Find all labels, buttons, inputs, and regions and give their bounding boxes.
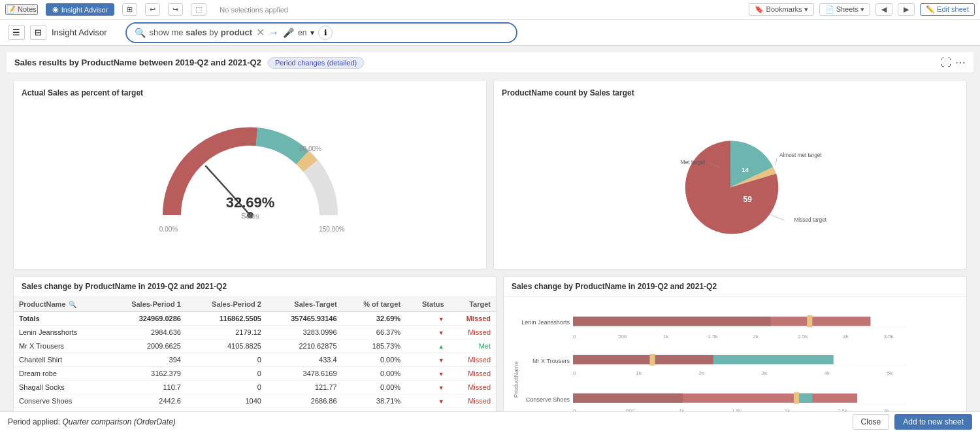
search-clear-button[interactable]: ✕ <box>256 26 265 39</box>
column-search-icon[interactable]: 🔍 <box>69 301 76 308</box>
sheets-button[interactable]: 📄 Sheets ▾ <box>819 3 870 16</box>
y-axis-label: ProductName <box>513 362 519 398</box>
notes-icon: 📝 <box>7 5 16 13</box>
col-header-target2[interactable]: Target <box>449 297 496 312</box>
svg-text:32.69%: 32.69% <box>225 194 274 211</box>
search-icon: 🔍 <box>135 27 146 38</box>
cell-status: Missed <box>449 381 496 394</box>
topnav: 📝 Notes ◉ Insight Advisor ⊞ ↩ ↪ ⬚ No sel… <box>0 0 980 20</box>
svg-rect-30 <box>573 355 713 364</box>
pie-panel: ProductName count by Sales target <box>493 80 967 269</box>
cell-dir: ▼ <box>406 381 449 394</box>
grid-view-button[interactable]: ⊞ <box>122 3 137 16</box>
expand-button[interactable]: ⛶ <box>941 56 951 69</box>
selections-button[interactable]: ⬚ <box>191 3 206 16</box>
cell-p2: 2179.12 <box>186 326 267 339</box>
table-row: Conserve Shoes 2442.6 1040 2686.86 38.71… <box>14 394 496 408</box>
svg-text:Conserve Shoes: Conserve Shoes <box>526 396 570 403</box>
svg-text:5k: 5k <box>887 370 893 376</box>
mic-button[interactable]: 🎤 <box>283 27 294 38</box>
cell-status: Missed <box>449 394 496 408</box>
toolbar2: ☰ ⊟ Insight Advisor 🔍 show me sales by p… <box>0 20 980 46</box>
cell-totals-dir: ▼ <box>406 312 449 326</box>
cell-pct: 38.71% <box>342 394 406 408</box>
cell-totals-pct: 32.69% <box>342 312 406 326</box>
topbar-right: 🔖 Bookmarks ▾ 📄 Sheets ▾ ◀ ▶ ✏️ Edit she… <box>749 3 975 16</box>
cell-pct: 0.00% <box>342 381 406 394</box>
cell-p1: 2984.636 <box>106 326 186 339</box>
col-header-period1[interactable]: Sales-Period 1 <box>106 297 186 312</box>
close-button[interactable]: Close <box>853 414 890 430</box>
bar-panel-title: Sales change by ProductName in 2019-Q2 a… <box>504 277 966 297</box>
table-row: Mr X Trousers 2009.6625 4105.8825 2210.6… <box>14 339 496 353</box>
cell-target: 121.77 <box>267 381 342 394</box>
cell-p2: 0 <box>186 353 267 367</box>
cell-name: Conserve Shoes <box>14 394 106 408</box>
footer-period-info: Period applied: Quarter comparison (Orde… <box>8 417 176 426</box>
cell-dir: ▼ <box>406 326 449 339</box>
split-panel-toggle[interactable]: ⊟ <box>30 25 46 40</box>
search-submit-button[interactable]: → <box>269 27 279 39</box>
gauge-container: 32.69% Sales 0.00% 150.00% 60.00% <box>22 104 478 248</box>
col-header-pct[interactable]: % of target <box>342 297 406 312</box>
result-header: Sales results by ProductName between 201… <box>7 52 973 73</box>
cell-p1: 2009.6625 <box>106 339 186 353</box>
bottom-section: Sales change by ProductName in 2019-Q2 a… <box>7 276 973 431</box>
cell-target: 3283.0996 <box>267 326 342 339</box>
main-content: Sales results by ProductName between 201… <box>0 46 980 431</box>
svg-text:0: 0 <box>573 370 576 376</box>
add-to-sheet-button[interactable]: Add to new sheet <box>894 414 972 430</box>
gauge-panel: Actual Sales as percent of target <box>13 80 487 269</box>
cell-name: Chantell Shirt <box>14 353 106 367</box>
gauge-svg: 32.69% Sales 0.00% 150.00% 60.00% <box>152 111 348 241</box>
col-header-target[interactable]: Sales-Target <box>267 297 342 312</box>
cell-pct: 0.00% <box>342 367 406 381</box>
cell-dir: ▲ <box>406 339 449 353</box>
cell-p1: 2442.6 <box>106 394 186 408</box>
cell-totals-status: Missed <box>449 312 496 326</box>
table-row: Dream robe 3162.379 0 3478.6169 0.00% ▼ … <box>14 367 496 381</box>
table-row: Chantell Shirt 394 0 433.4 0.00% ▼ Misse… <box>14 353 496 367</box>
svg-rect-31 <box>649 354 655 366</box>
svg-text:Almost met target: Almost met target <box>779 152 822 158</box>
bookmarks-button[interactable]: 🔖 Bookmarks ▾ <box>749 3 813 16</box>
svg-text:Missed target: Missed target <box>794 217 826 223</box>
table-panel: Sales change by ProductName in 2019-Q2 a… <box>13 276 497 431</box>
cell-status: Missed <box>449 367 496 381</box>
period-badge[interactable]: Period changes (detailed) <box>268 57 364 69</box>
col-header-status[interactable]: Status <box>406 297 449 312</box>
notes-button[interactable]: 📝 Notes <box>5 4 38 15</box>
cell-pct: 0.00% <box>342 353 406 367</box>
insight-btn-label: Insight Advisor <box>61 6 108 14</box>
edit-sheet-button[interactable]: ✏️ Edit sheet <box>920 3 975 16</box>
svg-text:0: 0 <box>573 334 576 339</box>
undo-button[interactable]: ↩ <box>145 3 160 16</box>
cell-dir: ▼ <box>406 394 449 408</box>
svg-text:3k: 3k <box>843 334 849 339</box>
cell-target: 2210.62875 <box>267 339 342 353</box>
cell-status: Met <box>449 339 496 353</box>
left-panel-toggle[interactable]: ☰ <box>8 25 25 40</box>
insight-advisor-button[interactable]: ◉ Insight Advisor <box>46 3 115 16</box>
svg-text:1.5k: 1.5k <box>708 334 719 339</box>
svg-text:3k: 3k <box>761 370 767 376</box>
cell-p1: 3162.379 <box>106 367 186 381</box>
svg-text:2k: 2k <box>753 334 759 339</box>
prev-sheet-button[interactable]: ◀ <box>875 3 892 16</box>
language-selector[interactable]: en <box>298 28 306 37</box>
svg-text:500: 500 <box>618 334 627 339</box>
cell-p2: 0 <box>186 367 267 381</box>
cell-pct: 185.73% <box>342 339 406 353</box>
cell-name: Mr X Trousers <box>14 339 106 353</box>
next-sheet-button[interactable]: ▶ <box>898 3 915 16</box>
col-header-period2[interactable]: Sales-Period 2 <box>186 297 267 312</box>
info-button[interactable]: ℹ <box>318 26 333 40</box>
svg-rect-18 <box>807 315 812 327</box>
col-header-productname[interactable]: ProductName 🔍 <box>14 297 106 312</box>
more-options-button[interactable]: ⋯ <box>955 56 966 69</box>
svg-text:59: 59 <box>743 195 752 204</box>
cell-p2: 1040 <box>186 394 267 408</box>
result-actions: ⛶ ⋯ <box>941 56 966 69</box>
cell-status: Missed <box>449 353 496 367</box>
redo-button[interactable]: ↪ <box>168 3 183 16</box>
